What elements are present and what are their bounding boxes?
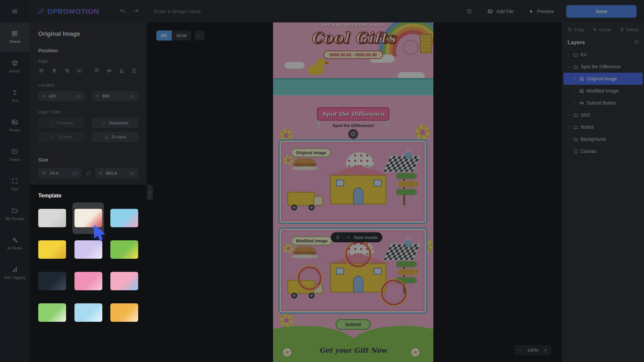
mouse-cursor-pointer <box>93 223 108 242</box>
template-thumbnail-image <box>38 240 66 259</box>
template-thumbnail-image <box>38 272 66 290</box>
template-thumbnail-blue-collage[interactable] <box>74 303 102 322</box>
template-panel: Template <box>30 185 147 362</box>
template-thumbnail-green-picnic[interactable] <box>38 303 66 322</box>
template-thumbnail-lavender-product[interactable] <box>74 240 102 259</box>
template-thumbnail-image <box>38 209 66 227</box>
template-grid <box>38 209 138 322</box>
template-thumbnail-pink-goods-grid[interactable] <box>74 272 102 290</box>
template-thumbnail-image <box>110 209 138 227</box>
template-thumbnail-yellow-arcade[interactable] <box>38 240 66 259</box>
template-thumbnail-image <box>74 303 102 322</box>
template-thumbnail-image <box>74 240 102 259</box>
collapse-template-panel-button[interactable] <box>147 185 153 200</box>
template-thumbnail-navy-phone[interactable] <box>38 272 66 290</box>
template-thumbnail-orange-food[interactable] <box>110 303 138 322</box>
template-thumbnail-image <box>110 240 138 259</box>
template-thumbnail-pink-blue-room[interactable] <box>110 272 138 290</box>
template-thumbnail-sky-pink-cartoon[interactable] <box>110 209 138 227</box>
template-thumbnail-green-map-game[interactable] <box>110 240 138 259</box>
template-thumbnail-blank-gray[interactable] <box>38 209 66 227</box>
template-panel-title: Template <box>38 193 138 199</box>
template-thumbnail-image <box>38 303 66 322</box>
template-thumbnail-image <box>74 272 102 290</box>
template-thumbnail-image <box>110 272 138 290</box>
template-thumbnail-image <box>110 303 138 322</box>
chevron-left-icon <box>148 190 152 194</box>
